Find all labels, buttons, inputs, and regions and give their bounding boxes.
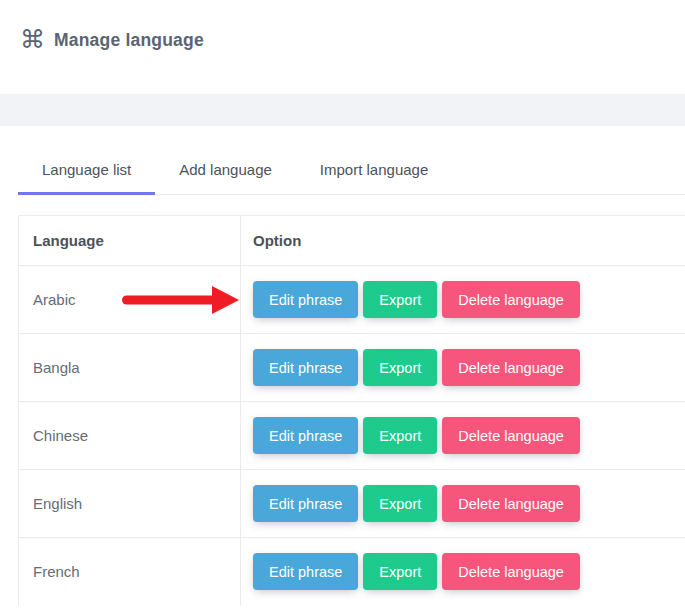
language-name: Arabic [19, 266, 241, 334]
table-row-french: FrenchEdit phraseExportDelete language [19, 538, 685, 606]
export-button[interactable]: Export [363, 553, 437, 590]
delete-language-button[interactable]: Delete language [442, 281, 580, 318]
export-button[interactable]: Export [363, 417, 437, 454]
tab-add-language[interactable]: Add language [155, 150, 296, 195]
tab-language-list[interactable]: Language list [18, 150, 155, 195]
table-row-arabic: Arabic Edit phraseExportDelete language [19, 266, 685, 334]
language-table: LanguageOption Arabic Edit phraseExportD… [18, 215, 685, 606]
delete-language-button[interactable]: Delete language [442, 417, 580, 454]
edit-phrase-button[interactable]: Edit phrase [253, 349, 358, 386]
language-name: Chinese [19, 402, 241, 470]
option-cell: Edit phraseExportDelete language [241, 538, 685, 606]
option-cell: Edit phraseExportDelete language [241, 266, 685, 334]
page-title: Manage language [54, 30, 204, 51]
column-header-language: Language [19, 216, 241, 266]
language-name: Bangla [19, 334, 241, 402]
language-name: French [19, 538, 241, 606]
option-cell: Edit phraseExportDelete language [241, 470, 685, 538]
delete-language-button[interactable]: Delete language [442, 485, 580, 522]
delete-language-button[interactable]: Delete language [442, 349, 580, 386]
language-name: English [19, 470, 241, 538]
tab-bar: Language listAdd languageImport language [18, 150, 685, 195]
edit-phrase-button[interactable]: Edit phrase [253, 485, 358, 522]
table-row-chinese: ChineseEdit phraseExportDelete language [19, 402, 685, 470]
command-icon: ⌘ [20, 27, 45, 52]
column-header-option: Option [241, 216, 685, 266]
red-arrow-icon [122, 286, 239, 314]
export-button[interactable]: Export [363, 485, 437, 522]
topbar-band [0, 94, 685, 126]
option-cell: Edit phraseExportDelete language [241, 402, 685, 470]
table-row-english: EnglishEdit phraseExportDelete language [19, 470, 685, 538]
table-row-bangla: BanglaEdit phraseExportDelete language [19, 334, 685, 402]
export-button[interactable]: Export [363, 281, 437, 318]
edit-phrase-button[interactable]: Edit phrase [253, 281, 358, 318]
export-button[interactable]: Export [363, 349, 437, 386]
tab-import-language[interactable]: Import language [296, 150, 452, 195]
edit-phrase-button[interactable]: Edit phrase [253, 553, 358, 590]
page-header: ⌘ Manage language [20, 28, 204, 53]
delete-language-button[interactable]: Delete language [442, 553, 580, 590]
edit-phrase-button[interactable]: Edit phrase [253, 417, 358, 454]
table-header-row: LanguageOption [19, 216, 685, 266]
option-cell: Edit phraseExportDelete language [241, 334, 685, 402]
language-table-container: LanguageOption Arabic Edit phraseExportD… [18, 215, 685, 606]
